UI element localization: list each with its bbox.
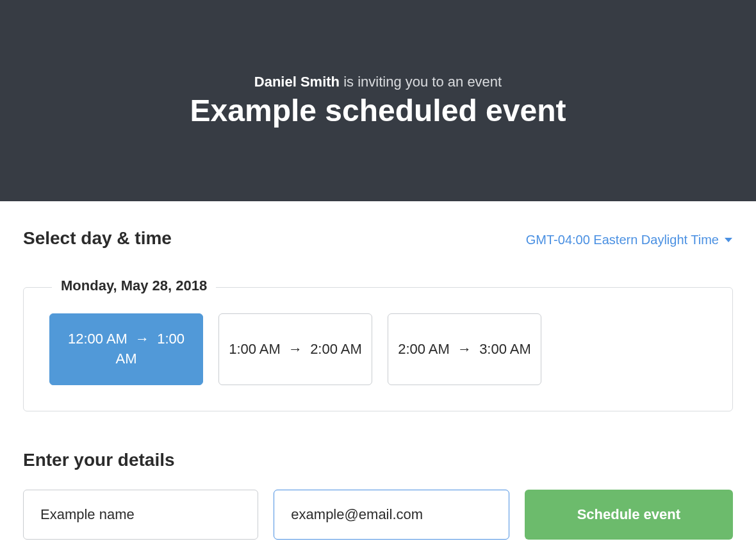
arrow-right-icon: →	[457, 341, 472, 357]
enter-details-heading: Enter your details	[23, 450, 733, 470]
details-form-row: Schedule event	[23, 490, 733, 540]
inviter-name: Daniel Smith	[254, 74, 340, 90]
date-group-legend: Monday, May 28, 2018	[52, 278, 216, 294]
email-input[interactable]	[274, 490, 509, 540]
scheduling-content: Select day & time GMT-04:00 Eastern Dayl…	[0, 201, 756, 540]
caret-down-icon	[724, 237, 733, 244]
time-slot-2[interactable]: 2:00 AM → 3:00 AM	[388, 313, 541, 385]
invite-suffix: is inviting you to an event	[340, 74, 502, 90]
select-day-time-heading: Select day & time	[23, 228, 172, 249]
slot-start: 2:00 AM	[398, 341, 450, 357]
name-input[interactable]	[23, 490, 258, 540]
slot-end: 2:00 AM	[310, 341, 362, 357]
time-slot-0[interactable]: 12:00 AM → 1:00 AM	[49, 313, 203, 385]
date-group: Monday, May 28, 2018 12:00 AM → 1:00 AM …	[23, 287, 733, 411]
schedule-event-button[interactable]: Schedule event	[525, 490, 733, 540]
timezone-label: GMT-04:00 Eastern Daylight Time	[526, 233, 719, 247]
invite-subtitle: Daniel Smith is inviting you to an event	[254, 74, 502, 90]
slot-end: 3:00 AM	[479, 341, 531, 357]
time-slot-1[interactable]: 1:00 AM → 2:00 AM	[218, 313, 372, 385]
event-title: Example scheduled event	[190, 93, 566, 128]
time-slots: 12:00 AM → 1:00 AM 1:00 AM → 2:00 AM 2:0…	[49, 313, 707, 385]
timezone-picker[interactable]: GMT-04:00 Eastern Daylight Time	[526, 233, 733, 247]
arrow-right-icon: →	[135, 331, 149, 347]
slot-start: 12:00 AM	[68, 331, 127, 347]
slot-start: 1:00 AM	[229, 341, 281, 357]
arrow-right-icon: →	[288, 341, 302, 357]
invite-hero: Daniel Smith is inviting you to an event…	[0, 0, 756, 201]
select-heading-row: Select day & time GMT-04:00 Eastern Dayl…	[23, 228, 733, 249]
